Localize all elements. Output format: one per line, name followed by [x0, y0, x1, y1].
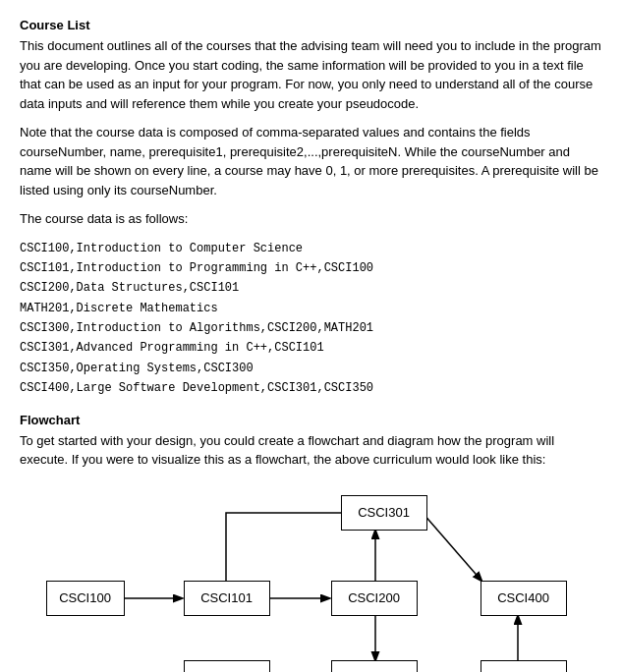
course-list-desc2: Note that the course data is composed of… [20, 123, 602, 199]
course-line-4: CSCI300,Introduction to Algorithms,CSCI2… [20, 318, 602, 338]
course-list-desc3: The course data is as follows: [20, 209, 602, 229]
course-list-section: Course List This document outlines all o… [20, 18, 602, 399]
course-line-6: CSCI350,Operating Systems,CSCI300 [20, 359, 602, 378]
course-line-1: CSCI101,Introduction to Programming in C… [20, 258, 602, 278]
course-list-title: Course List [20, 18, 602, 32]
course-line-3: MATH201,Discrete Mathematics [20, 299, 602, 318]
svg-line-7 [423, 513, 481, 581]
flowchart-desc: To get started with your design, you cou… [20, 431, 602, 470]
node-csci101: CSCI101 [184, 581, 270, 616]
node-math201: MATH201 [184, 660, 270, 672]
course-line-7: CSCI400,Large Software Development,CSCI3… [20, 378, 602, 398]
course-line-2: CSCI200,Data Structures,CSCI101 [20, 278, 602, 298]
node-csci301: CSCI301 [341, 495, 427, 531]
course-list-desc1: This document outlines all of the course… [20, 36, 602, 113]
course-line-5: CSCI301,Advanced Programming in C++,CSCI… [20, 338, 602, 358]
flowchart-diagram: CSCI301 CSCI100 CSCI101 CSCI200 CSCI400 … [36, 485, 587, 672]
node-csci400: CSCI400 [481, 581, 567, 616]
flowchart-arrows [36, 485, 587, 672]
node-csci100: CSCI100 [46, 581, 125, 616]
node-csci300: CSCI300 [331, 660, 418, 672]
flowchart-section: Flowchart To get started with your desig… [20, 413, 602, 672]
node-csci200: CSCI200 [331, 581, 418, 616]
node-csci350: CSCI350 [481, 660, 567, 672]
course-line-0: CSCI100,Introduction to Computer Science [20, 239, 602, 258]
course-data-block: CSCI100,Introduction to Computer Science… [20, 239, 602, 399]
flowchart-title: Flowchart [20, 413, 602, 427]
